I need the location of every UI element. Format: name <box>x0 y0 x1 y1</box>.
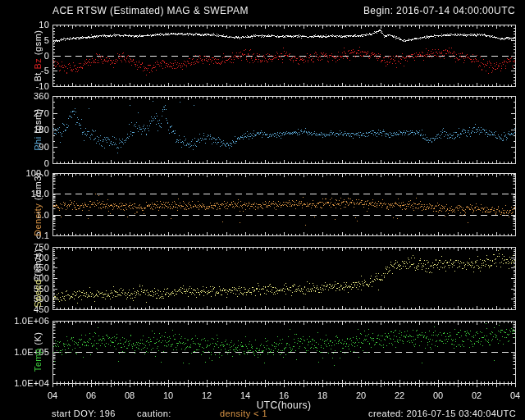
x-tick-label: 00 <box>426 390 450 400</box>
x-tick-label: 06 <box>79 390 103 400</box>
x-tick-label: 22 <box>387 390 412 400</box>
x-tick-label: 08 <box>117 390 142 400</box>
x-tick-label: 04 <box>40 390 65 400</box>
y-axis-title-part: (km/s) <box>33 249 43 279</box>
y-axis-title-part: (/cm3) <box>33 172 43 203</box>
footer-start-doy: start DOY: 196 <box>52 409 116 418</box>
x-tick-label: 04 <box>503 390 525 400</box>
y-axis-title-part: (K) <box>33 332 43 349</box>
footer-caution-label: caution: <box>137 409 171 418</box>
x-tick-label: 18 <box>310 390 335 400</box>
x-tick-label: 20 <box>349 390 373 400</box>
ace-rtsw-swepam-plot: ACE RTSW (Estimated) MAG & SWEPAM Begin:… <box>0 0 525 420</box>
footer-created-timestamp: created: 2016-07-15 03:40:04UTC <box>368 409 516 418</box>
x-tick-label: 12 <box>194 390 219 400</box>
x-tick-label: 10 <box>156 390 180 400</box>
begin-timestamp: Begin: 2016-07-14 04:00:00UTC <box>363 5 515 16</box>
x-tick-label: 16 <box>272 390 296 400</box>
x-tick-label: 14 <box>233 390 258 400</box>
chart-canvas <box>0 0 525 420</box>
plot-title: ACE RTSW (Estimated) MAG & SWEPAM <box>52 5 249 16</box>
y-axis-title-part: (gsm) <box>33 108 43 136</box>
y-axis-title-part: (gsm) <box>33 30 43 57</box>
x-tick-label: 02 <box>464 390 489 400</box>
y-axis-title-part: Temp <box>33 348 43 372</box>
footer-caution-value: density < 1 <box>220 409 267 418</box>
